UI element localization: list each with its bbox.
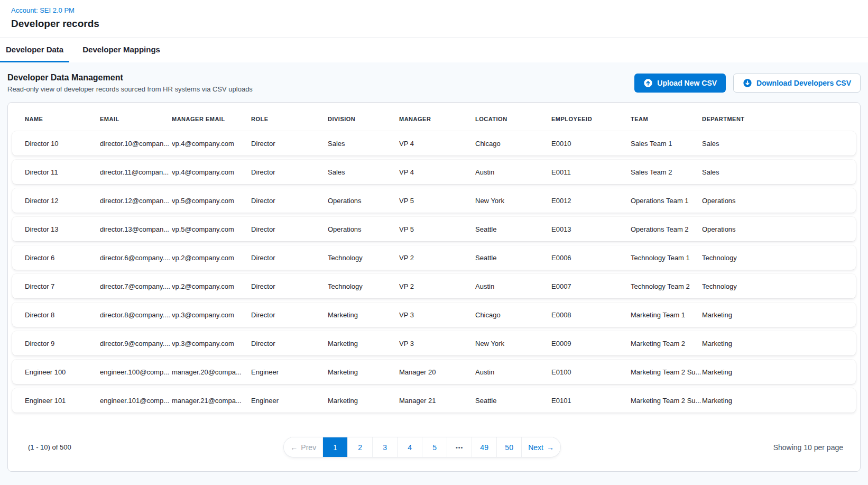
cell-employee_id: E0010: [551, 140, 631, 148]
cell-employee_id: E0013: [551, 225, 631, 233]
cell-name: Director 7: [25, 282, 100, 290]
cell-role: Director: [251, 254, 328, 262]
cell-department: Operations: [702, 225, 856, 233]
account-breadcrumb-link[interactable]: Account: SEI 2.0 PM: [11, 6, 75, 14]
column-header-team: TEAM: [631, 116, 702, 122]
cell-manager_email: vp.4@company.com: [172, 140, 251, 148]
cell-email: engineer.101@comp...: [100, 397, 172, 405]
pagination-page-49[interactable]: 49: [472, 437, 496, 457]
cell-division: Marketing: [328, 340, 399, 347]
cell-location: Austin: [475, 282, 551, 290]
cell-manager: VP 3: [399, 311, 475, 319]
pagination-prev-button[interactable]: ←Prev: [284, 437, 322, 457]
cell-department: Sales: [702, 168, 856, 176]
cell-location: New York: [475, 197, 551, 205]
cell-role: Engineer: [251, 397, 328, 405]
section-title: Developer Data Management: [7, 73, 253, 83]
cell-division: Operations: [328, 197, 399, 205]
next-label: Next: [528, 443, 543, 452]
cell-name: Director 12: [25, 197, 100, 205]
table-row[interactable]: Director 13director.13@compan...vp.5@com…: [12, 217, 856, 241]
result-range-label: (1 - 10) of 500: [28, 443, 71, 451]
prev-label: Prev: [301, 443, 316, 452]
upload-button-label: Upload New CSV: [657, 79, 717, 87]
section-subtitle: Read-only view of developer records sour…: [7, 85, 253, 93]
column-header-location: LOCATION: [475, 116, 551, 122]
cell-department: Marketing: [702, 397, 856, 405]
cell-department: Technology: [702, 282, 856, 290]
section-header: Developer Data Management Read-only view…: [7, 71, 861, 94]
column-header-employee_id: EMPLOYEEID: [551, 116, 631, 122]
cell-name: Director 11: [25, 168, 100, 176]
cell-role: Engineer: [251, 368, 328, 376]
cell-role: Director: [251, 140, 328, 148]
cell-name: Director 6: [25, 254, 100, 262]
cell-manager: VP 3: [399, 340, 475, 347]
download-developers-csv-button[interactable]: Download Developers CSV: [733, 74, 861, 93]
tab-developer-data[interactable]: Developer Data: [0, 38, 69, 62]
cell-location: Seattle: [475, 397, 551, 405]
cell-email: director.10@compan...: [100, 140, 172, 148]
cell-division: Sales: [328, 168, 399, 176]
cell-department: Sales: [702, 140, 856, 148]
cell-division: Sales: [328, 140, 399, 148]
per-page-label: Showing 10 per page: [773, 443, 847, 452]
header-actions: Upload New CSV Download Developers CSV: [634, 74, 861, 93]
pagination: ←Prev12345•••4950Next→: [284, 437, 560, 457]
page-title: Developer records: [11, 18, 868, 30]
table-row[interactable]: Director 11director.11@compan...vp.4@com…: [12, 160, 856, 184]
cell-email: director.8@company....: [100, 311, 172, 319]
column-header-manager_email: MANAGER EMAIL: [172, 116, 251, 122]
cell-manager: VP 5: [399, 225, 475, 233]
cell-role: Director: [251, 340, 328, 347]
pagination-page-1[interactable]: 1: [322, 437, 347, 457]
table-row[interactable]: Engineer 101engineer.101@comp...manager.…: [12, 388, 856, 413]
cell-location: Chicago: [475, 140, 551, 148]
cell-manager_email: vp.3@company.com: [172, 340, 251, 347]
pagination-page-4[interactable]: 4: [397, 437, 422, 457]
cell-email: director.11@compan...: [100, 168, 172, 176]
cell-name: Engineer 101: [25, 397, 100, 405]
cell-role: Director: [251, 282, 328, 290]
table-row[interactable]: Director 10director.10@compan...vp.4@com…: [12, 131, 856, 155]
tab-developer-mappings[interactable]: Developer Mappings: [77, 38, 166, 62]
table-row[interactable]: Director 8director.8@company....vp.3@com…: [12, 303, 856, 327]
cell-manager: VP 5: [399, 197, 475, 205]
cell-role: Director: [251, 311, 328, 319]
cell-team: Operations Team 2: [631, 225, 702, 233]
cell-department: Technology: [702, 254, 856, 262]
cell-employee_id: E0009: [551, 340, 631, 347]
column-header-division: DIVISION: [328, 116, 399, 122]
upload-circle-icon: [643, 78, 653, 88]
cell-manager_email: manager.20@compa...: [172, 368, 251, 376]
table-row[interactable]: Engineer 100engineer.100@comp...manager.…: [12, 360, 856, 384]
table-row[interactable]: Director 7director.7@company....vp.2@com…: [12, 274, 856, 298]
cell-location: Austin: [475, 168, 551, 176]
cell-manager: VP 2: [399, 282, 475, 290]
upload-new-csv-button[interactable]: Upload New CSV: [634, 74, 726, 93]
cell-manager: Manager 20: [399, 368, 475, 376]
cell-manager_email: vp.5@company.com: [172, 225, 251, 233]
pagination-page-5[interactable]: 5: [422, 437, 447, 457]
pagination-page-3[interactable]: 3: [372, 437, 397, 457]
pagination-page-50[interactable]: 50: [496, 437, 521, 457]
cell-email: engineer.100@comp...: [100, 368, 172, 376]
cell-role: Director: [251, 168, 328, 176]
cell-email: director.7@company....: [100, 282, 172, 290]
column-header-department: DEPARTMENT: [702, 116, 856, 122]
cell-team: Sales Team 2: [631, 168, 702, 176]
cell-department: Marketing: [702, 368, 856, 376]
cell-team: Marketing Team 2 Su...: [631, 397, 702, 405]
cell-division: Marketing: [328, 311, 399, 319]
pagination-page-2[interactable]: 2: [347, 437, 372, 457]
pagination-next-button[interactable]: Next→: [521, 437, 560, 457]
table-row[interactable]: Director 9director.9@company....vp.3@com…: [12, 331, 856, 355]
table-row[interactable]: Director 6director.6@company....vp.2@com…: [12, 245, 856, 270]
cell-employee_id: E0008: [551, 311, 631, 319]
column-header-name: NAME: [25, 116, 100, 122]
cell-manager: VP 2: [399, 254, 475, 262]
cell-team: Operations Team 1: [631, 197, 702, 205]
cell-email: director.13@compan...: [100, 225, 172, 233]
table-row[interactable]: Director 12director.12@compan...vp.5@com…: [12, 188, 856, 213]
cell-team: Technology Team 2: [631, 282, 702, 290]
